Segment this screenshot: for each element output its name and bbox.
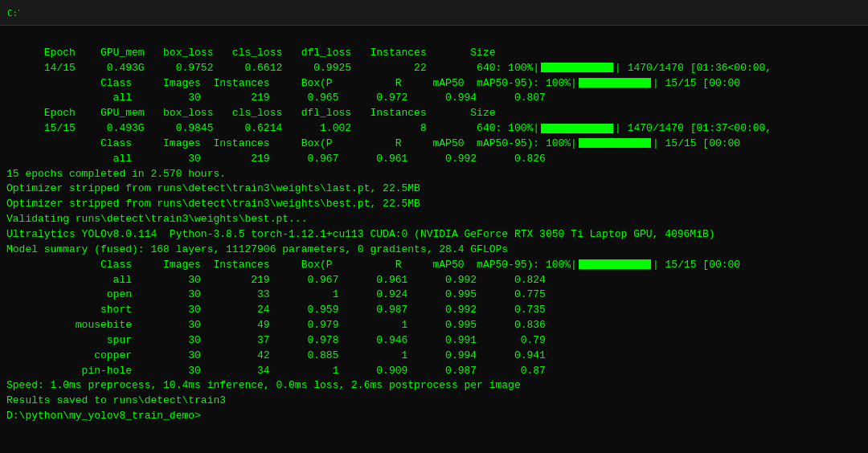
val-mousebite: mousebite 30 49 0.979 1 0.995 0.836 — [6, 318, 862, 333]
class-all-1: all 30 219 0.965 0.972 0.994 0.807 — [6, 91, 862, 106]
class-header-1: Class Images Instances Box(P R mAP50 mAP… — [6, 76, 862, 92]
terminal-output: Epoch GPU_mem box_loss cls_loss dfl_loss… — [0, 26, 868, 453]
epoch-header-2: Epoch GPU_mem box_loss cls_loss dfl_loss… — [6, 106, 862, 121]
progress-bar — [579, 78, 651, 88]
progress-bar — [579, 259, 651, 269]
progress-bar — [541, 124, 613, 133]
prompt: D:\python\my_yolov8_train_demo> — [6, 409, 862, 424]
class-header-2: Class Images Instances Box(P R mAP50 mAP… — [6, 137, 862, 152]
val-spur: spur 30 37 0.978 0.946 0.991 0.79 — [6, 333, 862, 349]
ultralytics: Ultralytics YOLOv8.0.114 Python-3.8.5 to… — [6, 227, 862, 243]
cmd-icon: C:\ — [6, 6, 19, 19]
epoch-data-2: 15/15 0.493G 0.9845 0.6214 1.002 8 640: … — [6, 121, 862, 137]
progress-bar — [541, 63, 613, 72]
val-all: all 30 219 0.967 0.961 0.992 0.824 — [6, 273, 862, 288]
minimize-button[interactable] — [747, 0, 784, 26]
results: Results saved to runs\detect\train3 — [6, 394, 862, 409]
epochs-done: 15 epochs completed in 2.570 hours. — [6, 167, 862, 182]
title-bar: C:\ — [0, 0, 868, 26]
class-all-2: all 30 219 0.967 0.961 0.992 0.826 — [6, 152, 862, 167]
epoch-header-1: Epoch GPU_mem box_loss cls_loss dfl_loss… — [6, 46, 862, 61]
opt-best: Optimizer stripped from runs\detect\trai… — [6, 197, 862, 212]
epoch-data-1: 14/15 0.493G 0.9752 0.6612 0.9925 22 640… — [6, 61, 862, 76]
val-pinhole: pin-hole 30 34 1 0.909 0.987 0.87 — [6, 364, 862, 379]
val-short: short 30 24 0.959 0.987 0.992 0.735 — [6, 303, 862, 318]
progress-bar — [579, 138, 651, 148]
speed: Speed: 1.0ms preprocess, 10.4ms inferenc… — [6, 378, 862, 394]
val-copper: copper 30 42 0.885 1 0.994 0.941 — [6, 349, 862, 364]
val-header: Class Images Instances Box(P R mAP50 mAP… — [6, 258, 862, 273]
svg-text:C:\: C:\ — [7, 8, 19, 18]
maximize-button[interactable] — [786, 0, 823, 26]
validating: Validating runs\detect\train3\weights\be… — [6, 212, 862, 227]
opt-last: Optimizer stripped from runs\detect\trai… — [6, 182, 862, 197]
window-controls — [747, 0, 862, 26]
model-summary: Model summary (fused): 168 layers, 11127… — [6, 243, 862, 258]
val-open: open 30 33 1 0.924 0.995 0.775 — [6, 288, 862, 303]
close-button[interactable] — [825, 0, 862, 26]
